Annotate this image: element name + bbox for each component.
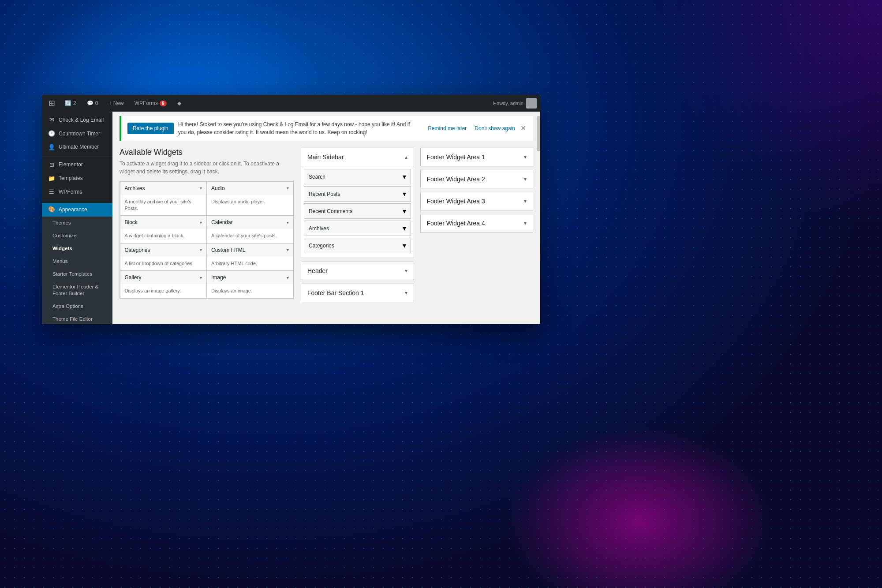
new-item[interactable]: + New — [105, 98, 127, 108]
scrollbar-thumb[interactable] — [537, 116, 540, 151]
customize-label: Customize — [52, 232, 76, 239]
sidebar-widget-categories[interactable]: Categories ▾ — [304, 238, 411, 253]
widget-audio-title: Audio — [211, 185, 225, 191]
sidebar-widget-recent-posts[interactable]: Recent Posts ▾ — [304, 186, 411, 202]
sidebar-item-elementor-hf[interactable]: Elementor Header & Footer Builder — [42, 281, 112, 300]
widget-categories-header[interactable]: Categories ▾ — [120, 243, 207, 257]
recent-comments-chevron: ▾ — [403, 207, 406, 215]
scrollbar[interactable] — [537, 112, 540, 324]
updates-item[interactable]: 🔄 2 — [61, 98, 80, 108]
widget-calendar-desc: A calendar of your site's posts. — [207, 229, 293, 243]
appearance-icon: 🎨 — [48, 206, 55, 213]
widget-audio: Audio ▾ Displays an audio player. — [206, 181, 294, 216]
widget-archives: Archives ▾ A monthly archive of your sit… — [120, 181, 207, 216]
available-widgets-panel: Available Widgets To activate a widget d… — [120, 148, 294, 302]
new-label: + New — [108, 100, 123, 106]
footer-areas-col: Footer Widget Area 1 ▾ Footer Widget Are… — [420, 148, 534, 302]
footer-widget-area-3: Footer Widget Area 3 ▾ — [420, 192, 534, 210]
main-sidebar-area-content: Search ▾ Recent Posts ▾ Recent Comments … — [301, 166, 414, 258]
sidebar-item-starter-templates[interactable]: Starter Templates — [42, 268, 112, 281]
widget-custom-html-title: Custom HTML — [211, 247, 245, 253]
wp-logo[interactable]: ⊞ — [45, 97, 58, 109]
remind-me-later-link[interactable]: Remind me later — [428, 125, 467, 131]
browser-window: ⊞ 🔄 2 💬 0 + New WPForms 9 ◆ Howdy, admin — [42, 95, 540, 324]
sidebar-item-customize[interactable]: Customize — [42, 229, 112, 242]
diamond-item[interactable]: ◆ — [174, 98, 185, 108]
main-sidebar-area-chevron: ▴ — [405, 154, 407, 160]
rate-plugin-button[interactable]: Rate the plugin — [127, 123, 174, 134]
notice-close-button[interactable]: ✕ — [519, 124, 527, 133]
wp-layout: ✉ Check & Log Email 🕐 Countdown Timer 👤 … — [42, 112, 540, 324]
widgets-label: Widgets — [52, 245, 72, 252]
sidebar-item-menus[interactable]: Menus — [42, 255, 112, 268]
widget-image-header[interactable]: Image ▾ — [207, 271, 293, 284]
widget-gallery-chevron: ▾ — [200, 275, 202, 280]
sidebar-divider-2 — [42, 201, 112, 201]
sidebar-widget-search[interactable]: Search ▾ — [304, 169, 411, 184]
sidebar-item-elementor[interactable]: ⊟ Elementor — [42, 158, 112, 172]
dont-show-again-link[interactable]: Don't show again — [475, 125, 515, 131]
countdown-icon: 🕐 — [48, 130, 55, 138]
page-title: Available Widgets — [120, 148, 294, 157]
wpforms-label: WPForms — [135, 100, 158, 106]
footer-widget-area-1-header[interactable]: Footer Widget Area 1 ▾ — [421, 148, 533, 166]
sidebar-widget-archives[interactable]: Archives ▾ — [304, 221, 411, 236]
footer-widget-area-4-chevron: ▾ — [524, 220, 527, 226]
widgets-description: To activate a widget drag it to a sideba… — [120, 160, 294, 176]
footer-widget-area-2-header[interactable]: Footer Widget Area 2 ▾ — [421, 170, 533, 188]
notice-bar: Rate the plugin Hi there! Stoked to see … — [120, 116, 533, 141]
widget-archives-header[interactable]: Archives ▾ — [120, 182, 207, 195]
sidebar-item-wpforms[interactable]: ☰ WPForms — [42, 185, 112, 199]
sidebar-item-themes[interactable]: Themes — [42, 217, 112, 229]
widget-calendar-title: Calendar — [211, 219, 233, 225]
sidebar-item-templates[interactable]: 📁 Templates — [42, 172, 112, 186]
widget-image-title: Image — [211, 274, 226, 281]
widget-image: Image ▾ Displays an image. — [206, 270, 294, 298]
sidebar-widget-recent-comments[interactable]: Recent Comments ▾ — [304, 203, 411, 219]
widget-categories: Categories ▾ A list or dropdown of categ… — [120, 243, 207, 271]
header-area-header[interactable]: Header ▾ — [301, 262, 414, 280]
widget-calendar-header[interactable]: Calendar ▾ — [207, 216, 293, 229]
search-chevron: ▾ — [403, 172, 406, 181]
widget-audio-header[interactable]: Audio ▾ — [207, 182, 293, 195]
sidebar-item-appearance[interactable]: 🎨 Appearance — [42, 203, 112, 217]
sidebar-item-ultimate-member[interactable]: 👤 Ultimate Member — [42, 141, 112, 154]
footer-widget-area-4-header[interactable]: Footer Widget Area 4 ▾ — [421, 214, 533, 232]
sidebar-item-astra-options[interactable]: Astra Options — [42, 300, 112, 313]
main-sidebar-area-header[interactable]: Main Sidebar ▴ — [301, 148, 414, 166]
widget-block-header[interactable]: Block ▾ — [120, 216, 207, 229]
widget-gallery-header[interactable]: Gallery ▾ — [120, 271, 207, 284]
widget-calendar-chevron: ▾ — [287, 220, 289, 225]
widget-custom-html-desc: Arbitrary HTML code. — [207, 257, 293, 270]
check-log-email-icon: ✉ — [48, 116, 55, 124]
footer-widget-area-4-title: Footer Widget Area 4 — [427, 220, 485, 227]
widget-gallery-desc: Displays an image gallery. — [120, 284, 207, 298]
footer-bar-section1-header[interactable]: Footer Bar Section 1 ▾ — [301, 284, 414, 302]
widget-calendar: Calendar ▾ A calendar of your site's pos… — [206, 215, 294, 243]
header-area: Header ▾ — [301, 262, 414, 280]
elementor-icon: ⊟ — [48, 161, 55, 169]
footer-widget-area-3-header[interactable]: Footer Widget Area 3 ▾ — [421, 192, 533, 210]
widget-categories-desc: A list or dropdown of categories. — [120, 257, 207, 270]
sidebar-item-theme-file-editor[interactable]: Theme File Editor — [42, 313, 112, 324]
sidebar-item-widgets[interactable]: Widgets — [42, 242, 112, 255]
widget-categories-title: Categories — [125, 247, 150, 253]
comments-item[interactable]: 💬 0 — [83, 98, 102, 108]
footer-widget-area-3-title: Footer Widget Area 3 — [427, 198, 485, 205]
wpforms-item[interactable]: WPForms 9 — [131, 98, 170, 108]
footer-bar-section1-area: Footer Bar Section 1 ▾ — [301, 284, 414, 302]
header-area-chevron: ▾ — [405, 268, 407, 274]
starter-templates-label: Starter Templates — [52, 271, 92, 277]
elementor-label: Elementor — [59, 161, 83, 169]
bg-purple-right — [617, 0, 882, 265]
sidebar-item-countdown-timer[interactable]: 🕐 Countdown Timer — [42, 127, 112, 141]
templates-icon: 📁 — [48, 175, 55, 183]
categories-chevron: ▾ — [403, 241, 406, 250]
main-sidebar-area-title: Main Sidebar — [307, 154, 344, 161]
ultimate-member-label: Ultimate Member — [59, 144, 99, 151]
admin-bar: ⊞ 🔄 2 💬 0 + New WPForms 9 ◆ Howdy, admin — [42, 95, 540, 112]
widget-custom-html-chevron: ▾ — [287, 247, 289, 252]
sidebar-submenu-appearance: Themes Customize Widgets Menus Starter T… — [42, 217, 112, 324]
widget-custom-html-header[interactable]: Custom HTML ▾ — [207, 243, 293, 257]
sidebar-item-check-log-email[interactable]: ✉ Check & Log Email — [42, 113, 112, 127]
